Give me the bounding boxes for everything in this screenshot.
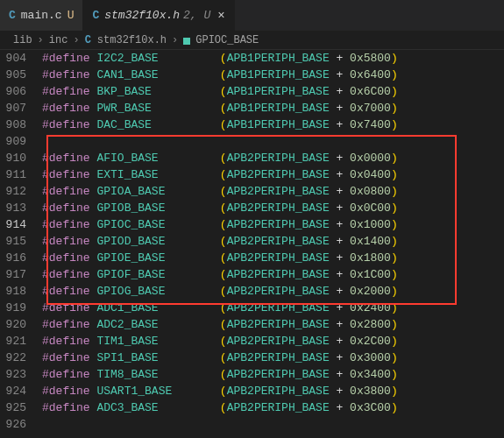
code-content: #define GPIOB_BASE (APB2PERIPH_BASE + 0x… (42, 200, 504, 216)
code-line[interactable]: 924#define USART1_BASE (APB2PERIPH_BASE … (0, 383, 504, 399)
code-content: #define TIM8_BASE (APB2PERIPH_BASE + 0x3… (42, 366, 504, 383)
code-content: #define EXTI_BASE (APB2PERIPH_BASE + 0x0… (42, 166, 504, 183)
code-content: #define SPI1_BASE (APB2PERIPH_BASE + 0x3… (42, 350, 504, 366)
line-number: 917 (0, 266, 42, 283)
tab-modified-badge: U (67, 9, 75, 22)
code-line[interactable]: 925#define ADC3_BASE (APB2PERIPH_BASE + … (0, 399, 504, 416)
line-number: 915 (0, 233, 42, 250)
code-line[interactable]: 904#define I2C2_BASE (APB1PERIPH_BASE + … (0, 50, 504, 67)
code-line[interactable]: 922#define SPI1_BASE (APB2PERIPH_BASE + … (0, 350, 504, 366)
code-line[interactable]: 910#define AFIO_BASE (APB2PERIPH_BASE + … (0, 150, 504, 166)
code-editor[interactable]: 904#define I2C2_BASE (APB1PERIPH_BASE + … (0, 50, 504, 438)
c-file-icon: C (85, 34, 91, 46)
code-line[interactable]: 909 (0, 133, 504, 150)
breadcrumb[interactable]: lib › inc › C stm32f10x.h › GPIOC_BASE (0, 31, 504, 50)
code-content (42, 416, 504, 433)
breadcrumb-item[interactable]: inc (49, 34, 68, 46)
code-content: #define PWR_BASE (APB1PERIPH_BASE + 0x70… (42, 100, 504, 117)
line-number: 909 (0, 133, 42, 150)
line-number: 905 (0, 67, 42, 83)
code-content: #define GPIOG_BASE (APB2PERIPH_BASE + 0x… (42, 283, 504, 300)
code-line[interactable]: 905#define CAN1_BASE (APB1PERIPH_BASE + … (0, 67, 504, 83)
code-line[interactable]: 912#define GPIOA_BASE (APB2PERIPH_BASE +… (0, 183, 504, 200)
tab-label: main.c (21, 9, 62, 22)
code-content: #define GPIOC_BASE (APB2PERIPH_BASE + 0x… (42, 216, 504, 233)
code-line[interactable]: 920#define ADC2_BASE (APB2PERIPH_BASE + … (0, 316, 504, 333)
line-number: 922 (0, 350, 42, 366)
breadcrumb-item[interactable]: lib (13, 34, 32, 46)
chevron-right-icon: › (172, 34, 178, 46)
code-content: #define GPIOA_BASE (APB2PERIPH_BASE + 0x… (42, 183, 504, 200)
line-number: 919 (0, 300, 42, 316)
code-line[interactable]: 908#define DAC_BASE (APB1PERIPH_BASE + 0… (0, 117, 504, 133)
tab-suffix: 2, U (183, 9, 210, 22)
close-icon[interactable]: × (217, 9, 224, 23)
code-line[interactable]: 918#define GPIOG_BASE (APB2PERIPH_BASE +… (0, 283, 504, 300)
line-number: 925 (0, 399, 42, 416)
code-line[interactable]: 917#define GPIOF_BASE (APB2PERIPH_BASE +… (0, 266, 504, 283)
code-line[interactable]: 919#define ADC1_BASE (APB2PERIPH_BASE + … (0, 300, 504, 316)
code-line[interactable]: 907#define PWR_BASE (APB1PERIPH_BASE + 0… (0, 100, 504, 117)
line-number: 924 (0, 383, 42, 399)
line-number: 913 (0, 200, 42, 216)
code-line[interactable]: 916#define GPIOE_BASE (APB2PERIPH_BASE +… (0, 250, 504, 266)
line-number: 907 (0, 100, 42, 117)
code-line[interactable]: 914#define GPIOC_BASE (APB2PERIPH_BASE +… (0, 216, 504, 233)
code-content: #define GPIOE_BASE (APB2PERIPH_BASE + 0x… (42, 250, 504, 266)
chevron-right-icon: › (38, 34, 44, 46)
code-line[interactable]: 915#define GPIOD_BASE (APB2PERIPH_BASE +… (0, 233, 504, 250)
line-number: 916 (0, 250, 42, 266)
line-number: 906 (0, 83, 42, 100)
line-number: 923 (0, 366, 42, 383)
c-file-icon: C (9, 9, 16, 22)
code-content: #define ADC2_BASE (APB2PERIPH_BASE + 0x2… (42, 316, 504, 333)
tab[interactable]: Cmain.cU (0, 0, 83, 31)
breadcrumb-item[interactable]: stm32f10x.h (97, 34, 167, 46)
line-number: 914 (0, 216, 42, 233)
code-content: #define CAN1_BASE (APB1PERIPH_BASE + 0x6… (42, 67, 504, 83)
code-content: #define GPIOF_BASE (APB2PERIPH_BASE + 0x… (42, 266, 504, 283)
code-content: #define I2C2_BASE (APB1PERIPH_BASE + 0x5… (42, 50, 504, 67)
code-content: #define ADC1_BASE (APB2PERIPH_BASE + 0x2… (42, 300, 504, 316)
line-number: 918 (0, 283, 42, 300)
line-number: 926 (0, 416, 42, 433)
code-content: #define BKP_BASE (APB1PERIPH_BASE + 0x6C… (42, 83, 504, 100)
line-number: 912 (0, 183, 42, 200)
code-line[interactable]: 923#define TIM8_BASE (APB2PERIPH_BASE + … (0, 366, 504, 383)
code-line[interactable]: 913#define GPIOB_BASE (APB2PERIPH_BASE +… (0, 200, 504, 216)
line-number: 908 (0, 117, 42, 133)
line-number: 910 (0, 150, 42, 166)
code-content: #define GPIOD_BASE (APB2PERIPH_BASE + 0x… (42, 233, 504, 250)
chevron-right-icon: › (73, 34, 79, 46)
code-content: #define DAC_BASE (APB1PERIPH_BASE + 0x74… (42, 117, 504, 133)
code-line[interactable]: 921#define TIM1_BASE (APB2PERIPH_BASE + … (0, 333, 504, 350)
line-number: 911 (0, 166, 42, 183)
code-line[interactable]: 911#define EXTI_BASE (APB2PERIPH_BASE + … (0, 166, 504, 183)
code-content (42, 133, 504, 150)
line-number: 904 (0, 50, 42, 67)
c-file-icon: C (92, 9, 99, 22)
code-line[interactable]: 906#define BKP_BASE (APB1PERIPH_BASE + 0… (0, 83, 504, 100)
code-content: #define TIM1_BASE (APB2PERIPH_BASE + 0x2… (42, 333, 504, 350)
breadcrumb-symbol[interactable]: GPIOC_BASE (195, 34, 259, 46)
tab-bar: Cmain.cUCstm32f10x.h2, U× (0, 0, 504, 31)
code-line[interactable]: 926 (0, 416, 504, 433)
code-content: #define AFIO_BASE (APB2PERIPH_BASE + 0x0… (42, 150, 504, 166)
tab-label: stm32f10x.h (104, 9, 180, 22)
define-icon (183, 38, 190, 45)
tab[interactable]: Cstm32f10x.h2, U× (83, 0, 234, 31)
code-content: #define USART1_BASE (APB2PERIPH_BASE + 0… (42, 383, 504, 399)
code-content: #define ADC3_BASE (APB2PERIPH_BASE + 0x3… (42, 399, 504, 416)
line-number: 921 (0, 333, 42, 350)
line-number: 920 (0, 316, 42, 333)
